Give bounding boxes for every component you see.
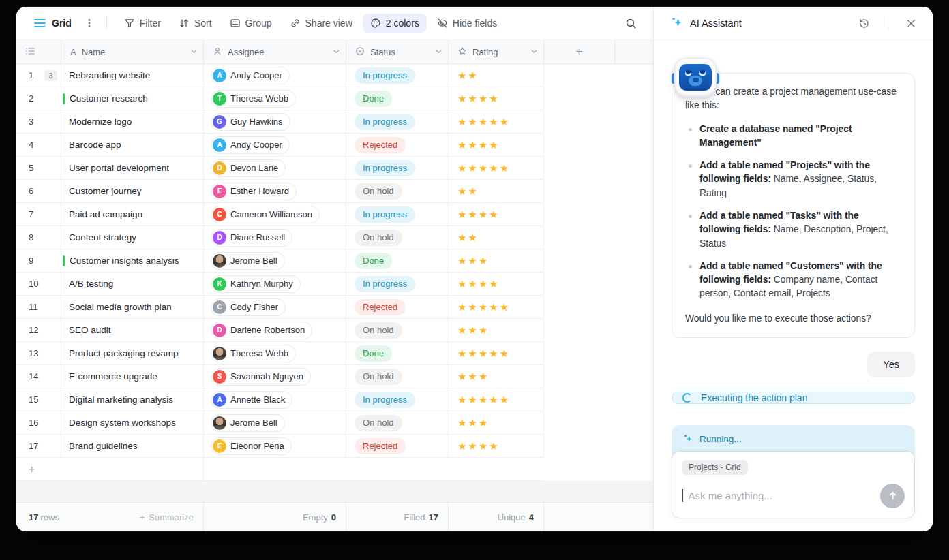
status-cell[interactable]: On hold bbox=[346, 319, 449, 342]
chevron-down-icon[interactable] bbox=[435, 47, 442, 57]
row-number-cell[interactable]: 17 bbox=[16, 435, 61, 458]
rating-cell[interactable]: ★★ bbox=[449, 180, 544, 203]
status-cell[interactable]: On hold bbox=[346, 226, 449, 249]
row-number-cell[interactable]: 13 bbox=[16, 342, 61, 365]
rating-cell[interactable]: ★★★ bbox=[449, 365, 544, 388]
name-cell[interactable]: A/B testing bbox=[61, 273, 204, 296]
chevron-down-icon[interactable] bbox=[333, 47, 340, 57]
name-cell[interactable]: Customer insights analysis bbox=[61, 249, 204, 273]
column-header-name[interactable]: A Name bbox=[61, 40, 204, 63]
row-number-cell[interactable]: 2 bbox=[16, 87, 61, 110]
context-tag[interactable]: Projects - Grid bbox=[682, 460, 748, 475]
table-row[interactable]: 9 Customer insights analysis Jerome Bell… bbox=[16, 249, 653, 273]
table-row[interactable]: 12 SEO audit D Darlene Robertson On hold… bbox=[16, 319, 653, 342]
status-cell[interactable]: Rejected bbox=[346, 134, 449, 157]
table-row[interactable]: 13 Product packaging revamp Theresa Webb… bbox=[16, 342, 653, 365]
summarize-button[interactable]: +Summarize bbox=[140, 512, 194, 523]
rating-cell[interactable]: ★★★★★ bbox=[449, 296, 544, 319]
name-cell[interactable]: Social media growth plan bbox=[61, 296, 204, 319]
assignee-chip[interactable]: A Andy Cooper bbox=[211, 67, 290, 84]
table-row[interactable]: 8 Content strategy D Diane Russell On ho… bbox=[16, 226, 653, 249]
table-row[interactable]: 16 Design system workshops Jerome Bell O… bbox=[16, 411, 653, 435]
row-number-cell[interactable]: 3 bbox=[16, 110, 61, 134]
assignee-chip[interactable]: A Annette Black bbox=[211, 391, 292, 409]
table-row[interactable]: 2 Customer research T Theresa Webb Done … bbox=[16, 87, 653, 110]
assignee-cell[interactable]: C Cody Fisher bbox=[204, 296, 346, 319]
status-cell[interactable]: In progress bbox=[346, 157, 449, 180]
assignee-chip[interactable]: Theresa Webb bbox=[211, 345, 296, 362]
row-number-cell[interactable]: 12 bbox=[16, 319, 61, 342]
rating-cell[interactable]: ★★★★ bbox=[449, 87, 544, 110]
name-cell[interactable]: Design system workshops bbox=[61, 411, 204, 435]
rating-cell[interactable]: ★★ bbox=[449, 64, 544, 87]
table-row[interactable]: 14 E-commerce upgrade S Savannah Nguyen … bbox=[16, 365, 653, 388]
chevron-down-icon[interactable] bbox=[190, 47, 198, 57]
assignee-chip[interactable]: S Savannah Nguyen bbox=[211, 368, 311, 386]
sort-button[interactable]: Sort bbox=[171, 14, 220, 33]
name-cell[interactable]: Digital marketing analysis bbox=[61, 388, 204, 411]
add-row[interactable]: + bbox=[16, 458, 544, 481]
summary-rating[interactable]: Unique4 bbox=[449, 503, 544, 531]
table-row[interactable]: 15 Digital marketing analysis A Annette … bbox=[16, 388, 653, 411]
row-number-cell[interactable]: 5 bbox=[16, 157, 61, 180]
name-cell[interactable]: E-commerce upgrade bbox=[61, 365, 204, 388]
name-cell[interactable]: User portal development bbox=[61, 157, 204, 180]
status-cell[interactable]: On hold bbox=[346, 365, 449, 388]
chat-input[interactable] bbox=[689, 490, 875, 501]
assignee-cell[interactable]: A Andy Cooper bbox=[204, 64, 346, 87]
rating-cell[interactable]: ★★★★ bbox=[449, 435, 544, 458]
rating-cell[interactable]: ★★★ bbox=[449, 411, 544, 435]
group-button[interactable]: Group bbox=[222, 14, 280, 33]
status-cell[interactable]: In progress bbox=[346, 110, 449, 134]
name-cell[interactable]: Product packaging revamp bbox=[61, 342, 204, 365]
name-cell[interactable]: Modernize logo bbox=[61, 110, 204, 134]
close-icon[interactable] bbox=[902, 14, 920, 33]
assignee-cell[interactable]: G Guy Hawkins bbox=[204, 110, 346, 134]
history-icon[interactable] bbox=[854, 14, 874, 33]
column-header-assignee[interactable]: Assignee bbox=[204, 40, 346, 63]
search-icon[interactable] bbox=[621, 14, 641, 33]
assignee-chip[interactable]: G Guy Hawkins bbox=[211, 113, 290, 131]
row-number-cell[interactable]: 9 bbox=[16, 249, 61, 273]
row-number-cell[interactable]: 4 bbox=[16, 134, 61, 157]
name-cell[interactable]: Customer journey bbox=[61, 180, 204, 203]
assignee-chip[interactable]: Jerome Bell bbox=[211, 252, 285, 270]
rating-cell[interactable]: ★★★★ bbox=[449, 203, 544, 226]
row-number-cell[interactable]: 10 bbox=[16, 273, 61, 296]
assignee-chip[interactable]: D Diane Russell bbox=[211, 229, 292, 247]
table-row[interactable]: 4 Barcode app A Andy Cooper Rejected ★★★… bbox=[16, 134, 653, 157]
row-number-cell[interactable]: 11 bbox=[16, 296, 61, 319]
table-row[interactable]: 11 Social media growth plan C Cody Fishe… bbox=[16, 296, 653, 319]
name-cell[interactable]: Customer research bbox=[61, 87, 204, 110]
assignee-chip[interactable]: E Esther Howard bbox=[211, 183, 297, 200]
assignee-cell[interactable]: D Darlene Robertson bbox=[204, 319, 346, 342]
colors-button[interactable]: 2 colors bbox=[363, 14, 427, 33]
assignee-cell[interactable]: T Theresa Webb bbox=[204, 87, 346, 110]
assignee-chip[interactable]: C Cody Fisher bbox=[211, 298, 286, 316]
assignee-cell[interactable]: E Esther Howard bbox=[204, 180, 346, 203]
table-row[interactable]: 3 Modernize logo G Guy Hawkins In progre… bbox=[16, 110, 653, 134]
assignee-cell[interactable]: A Annette Black bbox=[204, 388, 346, 411]
row-number-cell[interactable]: 15 bbox=[16, 388, 61, 411]
table-row[interactable]: 1 3 Rebranding website A Andy Cooper In … bbox=[16, 64, 653, 87]
assignee-cell[interactable]: Jerome Bell bbox=[204, 249, 346, 273]
column-header-rating[interactable]: Rating bbox=[449, 40, 544, 63]
rating-cell[interactable]: ★★★★ bbox=[449, 273, 544, 296]
assignee-chip[interactable]: C Cameron Williamson bbox=[211, 206, 320, 223]
name-cell[interactable]: Content strategy bbox=[61, 226, 204, 249]
table-row[interactable]: 5 User portal development D Devon Lane I… bbox=[16, 157, 653, 180]
assignee-chip[interactable]: D Darlene Robertson bbox=[211, 322, 312, 339]
hide-fields-button[interactable]: Hide fields bbox=[430, 14, 504, 33]
row-number-cell[interactable]: 14 bbox=[16, 365, 61, 388]
status-cell[interactable]: In progress bbox=[346, 273, 449, 296]
status-cell[interactable]: Done bbox=[346, 342, 449, 365]
row-number-cell[interactable]: 6 bbox=[16, 180, 61, 203]
yes-button[interactable]: Yes bbox=[867, 352, 915, 377]
status-cell[interactable]: On hold bbox=[346, 411, 449, 435]
assignee-cell[interactable]: A Andy Cooper bbox=[204, 134, 346, 157]
assignee-chip[interactable]: D Devon Lane bbox=[211, 159, 286, 177]
table-row[interactable]: 17 Brand guidelines E Eleonor Pena Rejec… bbox=[16, 435, 653, 458]
status-cell[interactable]: In progress bbox=[346, 203, 449, 226]
status-cell[interactable]: In progress bbox=[346, 64, 449, 87]
table-row[interactable]: 10 A/B testing K Kathryn Murphy In progr… bbox=[16, 273, 653, 296]
